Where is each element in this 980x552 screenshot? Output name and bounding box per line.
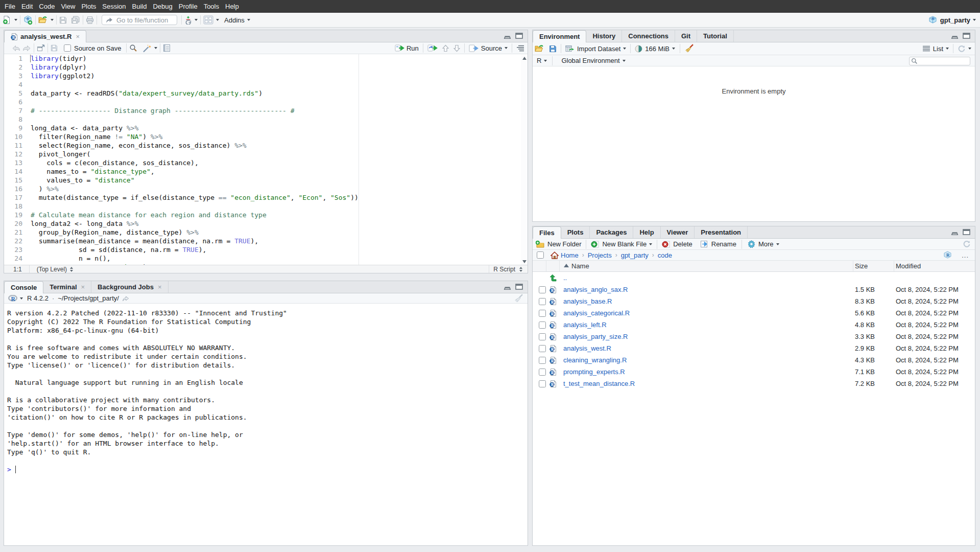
r-version-dropdown-caret[interactable]	[20, 297, 23, 300]
menu-profile[interactable]: Profile	[176, 0, 201, 13]
project-selector[interactable]: R gpt_party	[928, 13, 976, 27]
menu-file[interactable]: File	[2, 0, 18, 13]
sort-ascending-icon[interactable]	[564, 264, 569, 267]
file-name-link[interactable]: analysis_left.R	[563, 321, 607, 329]
column-size[interactable]: Size	[855, 262, 868, 270]
environment-tab-tutorial[interactable]: Tutorial	[697, 30, 734, 42]
console-tab-console[interactable]: Console	[4, 281, 43, 293]
new-file-button[interactable]	[3, 13, 17, 27]
breadcrumb-home[interactable]: Home	[561, 251, 579, 259]
file-row[interactable]: Ranalysis_categorical.R5.6 KBOct 8, 2024…	[533, 307, 975, 319]
files-tab-files[interactable]: Files	[533, 226, 561, 239]
import-dataset-caret[interactable]	[623, 48, 626, 50]
minimize-pane-icon[interactable]	[504, 33, 511, 39]
new-blank-file-button[interactable]: New Blank File	[602, 240, 647, 248]
file-row[interactable]: Ranalysis_base.R8.3 KBOct 8, 2024, 5:22 …	[533, 295, 975, 307]
environment-tab-git[interactable]: Git	[675, 30, 697, 42]
menu-tools[interactable]: Tools	[201, 0, 222, 13]
minimize-pane-icon[interactable]	[951, 33, 959, 39]
breadcrumb-code[interactable]: code	[658, 251, 672, 259]
print-button[interactable]	[86, 13, 94, 27]
file-row[interactable]: Rprompting_experts.R7.1 KBOct 8, 2024, 5…	[533, 366, 975, 378]
save-doc-icon[interactable]	[51, 44, 58, 52]
file-checkbox[interactable]	[539, 286, 546, 293]
list-view-button[interactable]: List	[933, 45, 943, 53]
file-checkbox[interactable]	[539, 310, 546, 317]
menu-code[interactable]: Code	[36, 0, 58, 13]
menu-view[interactable]: View	[58, 0, 78, 13]
run-button[interactable]: Run	[407, 44, 419, 52]
workspace-panes-button[interactable]	[203, 13, 219, 27]
menu-edit[interactable]: Edit	[18, 0, 36, 13]
breadcrumb-gpt_party[interactable]: gpt_party	[621, 251, 649, 259]
menu-session[interactable]: Session	[99, 0, 129, 13]
open-file-button[interactable]	[38, 13, 54, 27]
refresh-dropdown-caret[interactable]	[968, 48, 971, 50]
go-prev-section-icon[interactable]	[442, 44, 449, 52]
file-name-link[interactable]: analysis_party_size.R	[563, 333, 628, 340]
file-checkbox[interactable]	[539, 298, 546, 305]
file-checkbox[interactable]	[539, 380, 546, 387]
menu-debug[interactable]: Debug	[150, 0, 175, 13]
close-tab-icon[interactable]: ×	[81, 284, 85, 290]
scroll-down-icon[interactable]	[522, 260, 527, 263]
refresh-icon[interactable]	[958, 45, 966, 53]
find-replace-icon[interactable]	[129, 44, 137, 52]
home-icon[interactable]	[551, 251, 559, 259]
memory-usage-button[interactable]: 166 MiB	[645, 45, 670, 53]
open-recent-dropdown-caret[interactable]	[51, 19, 54, 21]
version-control-button[interactable]	[184, 13, 198, 27]
source-dropdown-caret[interactable]	[505, 47, 508, 49]
new-folder-button[interactable]: New Folder	[547, 240, 581, 248]
file-name-link[interactable]: analysis_anglo_sax.R	[563, 286, 628, 293]
code-tools-caret[interactable]	[154, 47, 157, 49]
addins-button[interactable]: Addins	[224, 13, 250, 27]
code-editor[interactable]: 1library(tidyr)2library(dplyr)3library(g…	[4, 54, 528, 266]
clear-console-icon[interactable]	[514, 294, 523, 303]
goto-file-function-input[interactable]: Go to file/function	[102, 15, 177, 25]
file-checkbox[interactable]	[539, 321, 546, 329]
file-name-link[interactable]: analysis_base.R	[563, 297, 612, 305]
file-name-link[interactable]: prompting_experts.R	[563, 368, 625, 376]
project-dropdown-caret[interactable]	[973, 19, 976, 21]
file-name-link[interactable]: t_test_mean_distance.R	[563, 380, 635, 387]
files-tab-help[interactable]: Help	[633, 226, 660, 238]
new-blank-file-caret[interactable]	[649, 243, 652, 245]
file-checkbox[interactable]	[539, 369, 546, 376]
minimize-pane-icon[interactable]	[504, 284, 511, 290]
refresh-files-icon[interactable]	[963, 240, 971, 248]
panes-dropdown-caret[interactable]	[216, 19, 219, 21]
file-row[interactable]: Ranalysis_west.R2.9 KBOct 8, 2024, 5:22 …	[533, 342, 975, 354]
environment-search-input[interactable]	[909, 57, 970, 65]
files-tab-presentation[interactable]: Presentation	[695, 226, 748, 238]
rerun-icon[interactable]	[427, 44, 438, 52]
memory-dropdown-caret[interactable]	[672, 48, 675, 50]
source-on-save-checkbox[interactable]	[64, 44, 71, 52]
version-control-dropdown-caret[interactable]	[195, 19, 198, 21]
save-all-button[interactable]	[71, 13, 80, 27]
file-checkbox[interactable]	[539, 357, 546, 364]
new-file-dropdown-caret[interactable]	[14, 19, 17, 21]
file-name-link[interactable]: ..	[563, 274, 567, 282]
files-tab-packages[interactable]: Packages	[590, 226, 633, 238]
language-selector[interactable]: R	[537, 57, 541, 64]
new-project-button[interactable]: R	[23, 13, 33, 27]
go-next-section-icon[interactable]	[453, 44, 460, 52]
compile-report-icon[interactable]	[163, 44, 171, 52]
import-dataset-button[interactable]: Import Dataset	[577, 45, 620, 53]
files-tab-plots[interactable]: Plots	[561, 226, 590, 238]
code-tools-icon[interactable]	[142, 44, 152, 53]
file-row[interactable]: ..	[533, 272, 975, 284]
file-checkbox[interactable]	[539, 333, 546, 340]
more-caret[interactable]	[776, 243, 779, 245]
popout-icon[interactable]	[37, 44, 45, 52]
breadcrumb-projects[interactable]: Projects	[588, 251, 612, 259]
menu-plots[interactable]: Plots	[78, 0, 99, 13]
maximize-pane-icon[interactable]	[515, 33, 523, 39]
files-tab-viewer[interactable]: Viewer	[661, 226, 695, 238]
maximize-pane-icon[interactable]	[963, 33, 970, 39]
console-output[interactable]: R version 4.2.2 Patched (2022-11-10 r833…	[4, 304, 528, 474]
source-button[interactable]: Source	[481, 44, 502, 52]
delete-button[interactable]: Delete	[673, 240, 692, 248]
source-tab-analysis-west-r[interactable]: Ranalysis_west.R×	[4, 30, 86, 42]
